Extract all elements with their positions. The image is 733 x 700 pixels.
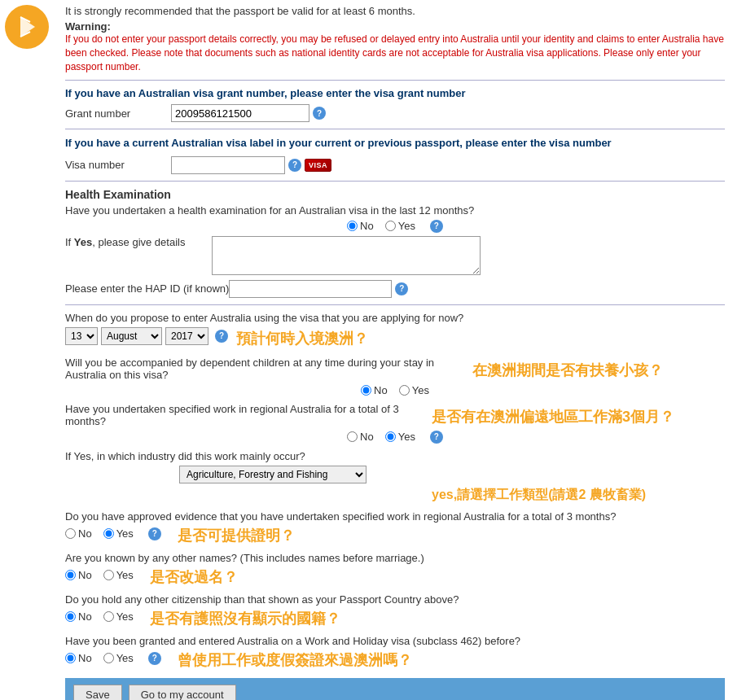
visa-number-input[interactable] — [171, 156, 285, 174]
dependent-children-question: Will you be accompanied by dependent chi… — [65, 357, 464, 381]
evidence-yes-label: Yes — [116, 527, 134, 540]
industry-select[interactable]: Agriculture, Forestry and Fishing Mining… — [179, 466, 366, 483]
work-holiday-radio-row: No Yes ? — [65, 652, 161, 665]
hap-label: Please enter the HAP ID (if known) — [65, 282, 229, 295]
grant-help-icon[interactable]: ? — [313, 107, 326, 120]
day-select[interactable]: 13 123 — [65, 327, 98, 345]
go-to-account-button[interactable]: Go to my account — [129, 685, 236, 700]
visa-number-label: Visa number — [65, 159, 171, 171]
year-select[interactable]: 2017 2018 — [165, 327, 208, 345]
warning-label: Warning: — [65, 20, 725, 33]
health-exam-block: Health Examination Have you undertaken a… — [65, 188, 725, 298]
other-names-question: Are you known by any other names? (This … — [65, 552, 725, 564]
dependent-children-block: Will you be accompanied by dependent chi… — [65, 357, 725, 396]
regional-help-icon[interactable]: ? — [430, 431, 443, 444]
work-holiday-yes-option[interactable]: Yes — [103, 652, 134, 664]
dependent-children-radio-row: No Yes — [65, 384, 725, 396]
other-citizenship-radio-row: No Yes — [65, 610, 134, 623]
work-holiday-yes-label: Yes — [116, 652, 134, 664]
other-names-yes-option[interactable]: Yes — [103, 569, 134, 581]
regional-no-radio[interactable] — [347, 431, 358, 442]
visa-label-header: If you have a current Australian visa la… — [65, 136, 725, 151]
hap-row: Please enter the HAP ID (if known) ? — [65, 280, 725, 298]
regional-yes-option[interactable]: Yes — [385, 431, 415, 443]
hap-input[interactable] — [229, 280, 392, 298]
hap-help-icon[interactable]: ? — [395, 282, 408, 295]
health-no-option[interactable]: No — [347, 220, 374, 232]
divider-2 — [65, 129, 725, 129]
dependent-yes-option[interactable]: Yes — [399, 384, 429, 396]
regional-no-option[interactable]: No — [347, 431, 374, 443]
other-names-block: Are you known by any other names? (This … — [65, 552, 725, 587]
save-button[interactable]: Save — [73, 685, 122, 700]
month-select[interactable]: August JanuaryFebruary — [101, 327, 162, 345]
regional-work-radio-row: No Yes ? — [65, 431, 725, 444]
validity-notice: It is strongly recommended that the pass… — [65, 5, 725, 17]
warning-detail: If you do not enter your passport detail… — [65, 33, 725, 73]
footer-bar: Save Go to my account — [65, 678, 725, 700]
entry-block: When do you propose to enter Australia u… — [65, 312, 725, 350]
yes-details-input[interactable] — [212, 236, 481, 275]
yes-details-label: If Yes, please give details — [65, 236, 212, 248]
regional-work-block: Have you undertaken specified work in re… — [65, 403, 725, 444]
regional-no-label: No — [360, 431, 374, 443]
visa-badge: VISA — [305, 159, 331, 172]
health-exam-question: Have you undertaken a health examination… — [65, 204, 725, 217]
other-names-yes-radio[interactable] — [103, 570, 114, 580]
dependent-yes-label: Yes — [412, 384, 429, 396]
other-citizenship-question: Do you hold any other citizenship than t… — [65, 593, 725, 606]
other-citizenship-no-option[interactable]: No — [65, 610, 92, 623]
work-holiday-no-option[interactable]: No — [65, 652, 92, 664]
industry-chinese: yes,請選擇工作類型(請選2 農牧畜業) — [432, 487, 646, 504]
entry-chinese: 預計何時入境澳洲？ — [236, 329, 368, 348]
evidence-no-label: No — [78, 527, 92, 540]
evidence-help-icon[interactable]: ? — [148, 527, 161, 540]
grant-number-input[interactable] — [171, 104, 309, 122]
health-no-radio[interactable] — [347, 221, 358, 231]
health-yes-option[interactable]: Yes — [385, 220, 415, 232]
visa-grant-header: If you have an Australian visa grant num… — [65, 87, 725, 99]
other-citizenship-yes-option[interactable]: Yes — [103, 610, 134, 623]
work-holiday-help-icon[interactable]: ? — [148, 652, 161, 665]
work-holiday-chinese: 曾使用工作或度假簽證來過澳洲嗎？ — [178, 650, 412, 670]
other-citizenship-yes-radio[interactable] — [103, 611, 114, 622]
health-help-icon[interactable]: ? — [430, 220, 443, 233]
health-yes-label: Yes — [398, 220, 415, 232]
evidence-question: Do you have approved evidence that you h… — [65, 510, 725, 523]
industry-block: If Yes, in which industry did this work … — [65, 450, 725, 504]
industry-question: If Yes, in which industry did this work … — [65, 450, 725, 462]
regional-work-chinese: 是否有在澳洲偏遠地區工作滿3個月？ — [432, 407, 674, 427]
evidence-yes-radio[interactable] — [103, 528, 114, 539]
dependent-yes-radio[interactable] — [399, 385, 410, 396]
health-exam-title: Health Examination — [65, 188, 725, 201]
other-names-no-option[interactable]: No — [65, 569, 92, 581]
regional-yes-radio[interactable] — [385, 431, 396, 442]
other-names-no-label: No — [78, 569, 92, 581]
grant-number-row: Grant number ? — [65, 104, 725, 122]
dependent-no-option[interactable]: No — [361, 384, 388, 396]
dependent-no-radio[interactable] — [361, 385, 371, 396]
other-citizenship-no-radio[interactable] — [65, 611, 76, 622]
work-holiday-yes-radio[interactable] — [103, 653, 114, 663]
regional-work-question: Have you undertaken specified work in re… — [65, 403, 424, 427]
other-names-yes-label: Yes — [116, 569, 134, 581]
health-yes-radio[interactable] — [385, 221, 396, 231]
date-help-icon[interactable]: ? — [215, 330, 228, 343]
other-citizenship-block: Do you hold any other citizenship than t… — [65, 593, 725, 628]
date-row: 13 123 August JanuaryFebruary 2017 2018 … — [65, 327, 228, 345]
evidence-no-option[interactable]: No — [65, 527, 92, 540]
visa-number-row: Visa number ? VISA — [65, 156, 725, 174]
dependent-children-chinese: 在澳洲期間是否有扶養小孩？ — [472, 361, 663, 380]
work-holiday-no-radio[interactable] — [65, 653, 76, 663]
work-holiday-question: Have you been granted and entered Austra… — [65, 635, 725, 647]
app-logo — [5, 5, 49, 49]
work-holiday-no-label: No — [78, 652, 92, 664]
visa-help-icon[interactable]: ? — [288, 159, 301, 172]
other-names-no-radio[interactable] — [65, 570, 76, 580]
evidence-no-radio[interactable] — [65, 528, 76, 539]
evidence-yes-option[interactable]: Yes — [103, 527, 134, 540]
grant-number-label: Grant number — [65, 107, 171, 120]
dependent-no-label: No — [374, 384, 388, 396]
evidence-chinese: 是否可提供證明？ — [178, 526, 295, 545]
evidence-block: Do you have approved evidence that you h… — [65, 510, 725, 545]
